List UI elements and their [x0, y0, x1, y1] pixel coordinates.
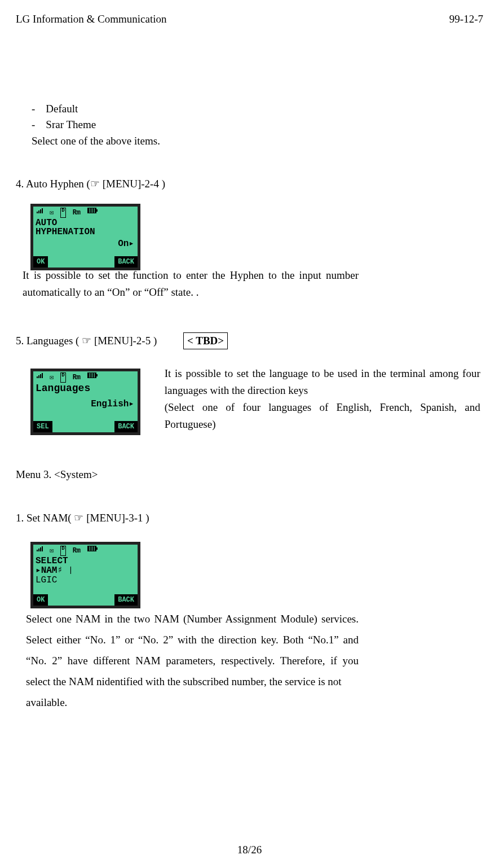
lcd-body: SELECT ▸NAM♯ ❘ LGIC [33, 556, 138, 585]
page-number: 18/26 [0, 842, 499, 858]
d-icon: D [60, 372, 65, 383]
signal-icon [37, 208, 43, 213]
signal-icon [37, 372, 43, 378]
bullet-list: - Default - Srar Theme [32, 101, 483, 133]
lcd-screenshot-set-nam: ✉ D Rm SELECT ▸NAM♯ ❘ LGIC OK BACK [30, 542, 140, 608]
section-5-heading: 5. Languages ( ☞ [MENU]-2-5 ) < TBD> [16, 332, 483, 350]
lcd-line: SELECT [36, 556, 135, 566]
lcd-value: English▸ [33, 397, 138, 411]
lcd-line: LGIC [36, 576, 135, 585]
mail-icon: ✉ [50, 546, 54, 556]
lcd-screenshot-auto-hyphen: ✉ D Rm AUTO HYPHENATION On▸ OK BACK [30, 204, 140, 270]
page-header: LG Information & Communication 99-12-7 [16, 11, 483, 28]
heading-text: 5. Languages ( [16, 335, 82, 347]
lcd-status-row: ✉ D Rm [33, 545, 138, 556]
section-4-paragraph: It is possible to set the function to en… [23, 267, 359, 301]
section-3-1-heading: 1. Set NAM( ☞ [MENU]-3-1 ) [16, 510, 483, 527]
heading-text: 1. Set NAM( [16, 512, 74, 524]
bullet-text: Srar Theme [46, 119, 96, 130]
para-text: Select one NAM in the two NAM (Number As… [26, 613, 359, 687]
battery-icon [87, 208, 96, 213]
lcd-body: AUTO HYPHENATION [33, 218, 138, 238]
lcd-status-row: ✉ D Rm [33, 371, 138, 383]
softkey-left: SEL [33, 421, 52, 432]
bullet-item: - Default [32, 101, 483, 117]
bullet-text: Default [46, 103, 78, 115]
section-3-1-block: ✉ D Rm SELECT ▸NAM♯ ❘ LGIC OK BACK Selec… [16, 531, 483, 713]
softkey-right: BACK [114, 421, 138, 432]
rm-icon: Rm [73, 546, 81, 556]
lcd-line: AUTO [36, 218, 135, 228]
hand-icon: ☞ [90, 178, 100, 190]
rm-icon: Rm [73, 208, 81, 218]
section-5-block: ✉ D Rm Languages English▸ SEL BACK It is… [16, 365, 483, 435]
heading-text: [MENU]-2-5 ) [91, 335, 157, 347]
heading-text: [MENU]-2-4 ) [100, 178, 165, 190]
softkey-left: OK [33, 256, 48, 268]
lcd-body: Languages [33, 383, 138, 394]
signal-icon [37, 546, 43, 551]
hand-icon: ☞ [82, 335, 91, 347]
lcd-softkeys: SEL BACK [33, 421, 138, 432]
d-icon: D [60, 546, 65, 556]
lcd-line: ▸NAM♯ ❘ [36, 566, 135, 576]
lcd-line: HYPHENATION [36, 227, 135, 237]
d-icon: D [60, 208, 65, 218]
heading-text: [MENU]-3-1 ) [83, 512, 149, 524]
section-5-paragraph: It is possible to set the language to be… [165, 365, 480, 433]
bullet-item: - Srar Theme [32, 117, 483, 133]
hand-icon: ☞ [74, 512, 83, 524]
tbd-label: < TBD> [183, 332, 228, 350]
heading-text: 4. Auto Hyphen ( [16, 178, 90, 190]
select-instruction: Select one of the above items. [32, 133, 483, 150]
softkey-left: OK [33, 594, 48, 606]
softkey-right: BACK [114, 594, 138, 606]
section-4-block: ✉ D Rm AUTO HYPHENATION On▸ OK BACK It i… [16, 200, 483, 301]
lcd-screenshot-languages: ✉ D Rm Languages English▸ SEL BACK [30, 369, 140, 435]
lcd-softkeys: OK BACK [33, 256, 138, 268]
mail-icon: ✉ [50, 208, 54, 218]
para-text: It is possible to set the language to be… [165, 367, 480, 396]
header-right: 99-12-7 [449, 11, 483, 28]
para-text: available. [26, 696, 67, 708]
battery-icon [87, 372, 96, 378]
menu-3-heading: Menu 3. <System> [16, 467, 483, 483]
lcd-line: Languages [36, 383, 135, 394]
lcd-softkeys: OK BACK [33, 594, 138, 606]
section-3-1-paragraph: Select one NAM in the two NAM (Number As… [26, 608, 359, 713]
para-text: (Select one of four languages of English… [165, 401, 480, 430]
header-left: LG Information & Communication [16, 11, 167, 28]
rm-icon: Rm [73, 372, 81, 383]
lcd-status-row: ✉ D Rm [33, 207, 138, 218]
mail-icon: ✉ [50, 372, 54, 383]
softkey-right: BACK [114, 256, 138, 268]
section-4-heading: 4. Auto Hyphen (☞ [MENU]-2-4 ) [16, 176, 483, 192]
battery-icon [87, 546, 96, 551]
lcd-value: On▸ [33, 237, 138, 251]
